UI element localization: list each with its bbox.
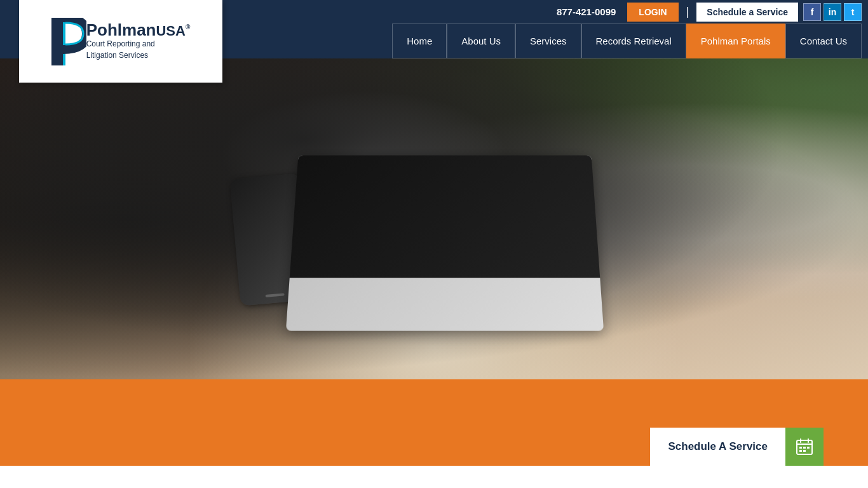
svg-rect-1 [63,18,65,65]
logo-tagline-line1: Court Reporting and [86,39,191,50]
orange-section: Schedule A Service [0,379,868,466]
phone-number: 877-421-0099 [557,6,616,17]
calendar-icon [796,438,813,456]
svg-rect-7 [803,447,806,449]
hero-laptop-prop [286,155,604,330]
svg-rect-10 [803,450,806,452]
nav-item-pohlman-portals[interactable]: Pohlman Portals [686,24,785,58]
logo-tagline-line2: Litigation Services [86,51,191,61]
logo-container[interactable]: PohlmanUSA® Court Reporting and Litigati… [19,0,222,83]
p-logo-icon [51,18,86,65]
hero-laptop-screen [290,155,600,278]
schedule-button-container: Schedule A Service [650,428,824,466]
divider: | [686,5,689,18]
svg-rect-8 [807,447,810,449]
nav-item-home[interactable]: Home [392,24,447,58]
nav-item-services[interactable]: Services [515,24,581,58]
social-icons-container: f in t [803,3,862,21]
facebook-icon[interactable]: f [803,3,821,21]
nav-item-contact-us[interactable]: Contact Us [785,24,862,58]
svg-rect-6 [799,447,802,449]
linkedin-icon[interactable]: in [824,3,841,21]
nav-item-records-retrieval[interactable]: Records Retrieval [581,24,686,58]
schedule-service-bottom-button[interactable]: Schedule A Service [650,428,785,466]
logo-text: PohlmanUSA® Court Reporting and Litigati… [86,22,191,60]
svg-rect-0 [51,18,63,65]
login-button[interactable]: LOGIN [627,3,678,22]
svg-rect-9 [799,450,802,452]
logo-brand: PohlmanUSA® [86,22,191,38]
schedule-service-top-button[interactable]: Schedule a Service [696,3,798,22]
calendar-icon-button[interactable] [785,428,824,466]
hero-section [0,58,868,379]
twitter-icon[interactable]: t [844,3,862,21]
nav-items: HomeAbout UsServicesRecords RetrievalPoh… [392,24,862,58]
nav-item-about-us[interactable]: About Us [447,24,515,58]
